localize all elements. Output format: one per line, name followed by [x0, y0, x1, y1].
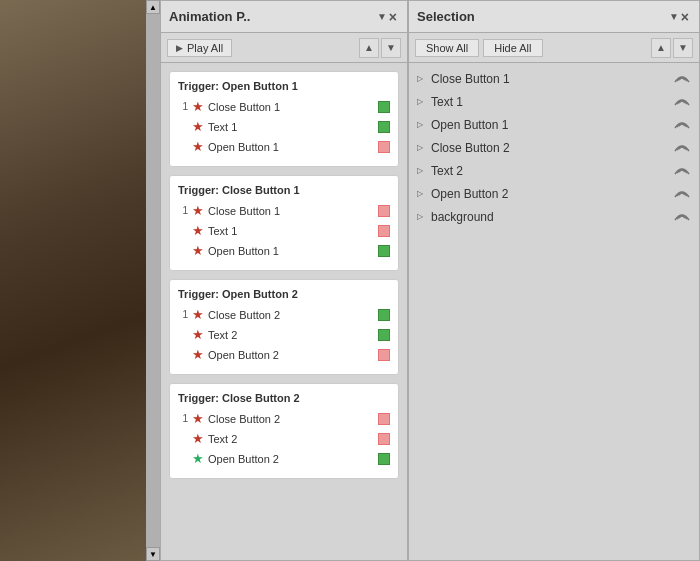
- selection-panel-header: Selection ▼ ×: [409, 1, 699, 33]
- selection-list-item[interactable]: ▷Text 1: [409, 90, 699, 113]
- selection-item-name: Open Button 2: [431, 187, 669, 201]
- anim-row-star: ★: [192, 431, 204, 446]
- animation-up-arrow-btn[interactable]: ▲: [359, 38, 379, 58]
- selection-list-item[interactable]: ▷Close Button 1: [409, 67, 699, 90]
- show-all-button[interactable]: Show All: [415, 39, 479, 57]
- selection-list: ▷Close Button 1 ▷Text 1 ▷Open Button 1 ▷…: [409, 63, 699, 560]
- anim-row-color-dot: [378, 413, 390, 425]
- anim-row-star: ★: [192, 307, 204, 322]
- selection-item-name: Open Button 1: [431, 118, 669, 132]
- selection-item-eye-icon[interactable]: [673, 139, 691, 156]
- anim-row-color-dot: [378, 309, 390, 321]
- selection-panel: Selection ▼ × Show All Hide All ▲ ▼ ▷Clo…: [408, 0, 700, 561]
- selection-panel-title-area: Selection ▼: [417, 9, 679, 24]
- selection-item-eye-icon[interactable]: [673, 93, 691, 110]
- trigger-label-0: Trigger: Open Button 1: [178, 80, 390, 92]
- anim-row-star: ★: [192, 327, 204, 342]
- animation-panel: Animation P.. ▼ × ▶ Play All ▲ ▼ Trigger…: [160, 0, 408, 561]
- selection-item-eye-icon[interactable]: [673, 116, 691, 133]
- animation-row[interactable]: ★Open Button 2: [178, 450, 390, 467]
- trigger-group-0: Trigger: Open Button 11★Close Button 1★T…: [169, 71, 399, 167]
- animation-panel-title: Animation P..: [169, 9, 375, 24]
- animation-row[interactable]: ★Text 1: [178, 222, 390, 239]
- background-image: [0, 0, 146, 561]
- anim-row-star: ★: [192, 411, 204, 426]
- scroll-down-btn[interactable]: ▼: [146, 547, 160, 561]
- anim-row-name: Close Button 1: [208, 205, 374, 217]
- selection-item-name: Close Button 2: [431, 141, 669, 155]
- anim-row-name: Open Button 2: [208, 349, 374, 361]
- selection-list-item[interactable]: ▷Close Button 2: [409, 136, 699, 159]
- play-all-button[interactable]: ▶ Play All: [167, 39, 232, 57]
- animation-row[interactable]: 1★Close Button 2: [178, 306, 390, 323]
- anim-row-color-dot: [378, 141, 390, 153]
- left-scrollbar[interactable]: ▲ ▼: [146, 0, 160, 561]
- selection-item-name: Text 1: [431, 95, 669, 109]
- selection-item-eye-icon[interactable]: [673, 185, 691, 202]
- anim-row-name: Text 1: [208, 225, 374, 237]
- trigger-group-3: Trigger: Close Button 21★Close Button 2★…: [169, 383, 399, 479]
- selection-panel-dropdown-arrow[interactable]: ▼: [669, 11, 679, 22]
- selection-item-name: Text 2: [431, 164, 669, 178]
- anim-row-color-dot: [378, 101, 390, 113]
- main-area: Animation P.. ▼ × ▶ Play All ▲ ▼ Trigger…: [160, 0, 700, 561]
- trigger-group-1: Trigger: Close Button 11★Close Button 1★…: [169, 175, 399, 271]
- anim-row-name: Close Button 1: [208, 101, 374, 113]
- anim-row-color-dot: [378, 205, 390, 217]
- animation-row[interactable]: 1★Close Button 1: [178, 98, 390, 115]
- anim-row-name: Text 2: [208, 433, 374, 445]
- anim-row-star: ★: [192, 119, 204, 134]
- animation-row[interactable]: ★Open Button 1: [178, 138, 390, 155]
- animation-panel-arrows: ▲ ▼: [359, 38, 401, 58]
- animation-row[interactable]: ★Open Button 2: [178, 346, 390, 363]
- anim-row-name: Text 2: [208, 329, 374, 341]
- selection-list-item[interactable]: ▷Open Button 1: [409, 113, 699, 136]
- anim-row-star: ★: [192, 223, 204, 238]
- anim-row-color-dot: [378, 329, 390, 341]
- selection-item-arrow-icon: ▷: [417, 166, 427, 175]
- anim-row-name: Close Button 2: [208, 413, 374, 425]
- selection-list-item[interactable]: ▷Text 2: [409, 159, 699, 182]
- anim-row-color-dot: [378, 453, 390, 465]
- animation-row[interactable]: ★Open Button 1: [178, 242, 390, 259]
- animation-row[interactable]: 1★Close Button 2: [178, 410, 390, 427]
- hide-all-button[interactable]: Hide All: [483, 39, 542, 57]
- animation-row[interactable]: ★Text 2: [178, 326, 390, 343]
- selection-panel-toolbar: Show All Hide All ▲ ▼: [409, 33, 699, 63]
- selection-list-item[interactable]: ▷background: [409, 205, 699, 228]
- anim-row-name: Open Button 1: [208, 141, 374, 153]
- scroll-up-btn[interactable]: ▲: [146, 0, 160, 14]
- anim-row-number: 1: [178, 309, 188, 320]
- selection-item-eye-icon[interactable]: [673, 162, 691, 179]
- selection-item-eye-icon[interactable]: [673, 208, 691, 225]
- anim-row-star: ★: [192, 451, 204, 466]
- animation-row[interactable]: ★Text 1: [178, 118, 390, 135]
- anim-row-name: Text 1: [208, 121, 374, 133]
- selection-panel-arrows: ▲ ▼: [651, 38, 693, 58]
- animation-row[interactable]: ★Text 2: [178, 430, 390, 447]
- trigger-label-1: Trigger: Close Button 1: [178, 184, 390, 196]
- selection-toolbar-inner: Show All Hide All: [415, 39, 543, 57]
- animation-panel-toolbar: ▶ Play All ▲ ▼: [161, 33, 407, 63]
- play-all-label: Play All: [187, 42, 223, 54]
- anim-row-color-dot: [378, 121, 390, 133]
- selection-down-arrow-btn[interactable]: ▼: [673, 38, 693, 58]
- anim-row-name: Close Button 2: [208, 309, 374, 321]
- selection-item-arrow-icon: ▷: [417, 212, 427, 221]
- selection-item-arrow-icon: ▷: [417, 120, 427, 129]
- selection-list-item[interactable]: ▷Open Button 2: [409, 182, 699, 205]
- selection-item-eye-icon[interactable]: [673, 70, 691, 87]
- trigger-group-2: Trigger: Open Button 21★Close Button 2★T…: [169, 279, 399, 375]
- selection-panel-title: Selection: [417, 9, 667, 24]
- anim-row-star: ★: [192, 243, 204, 258]
- animation-panel-header: Animation P.. ▼ ×: [161, 1, 407, 33]
- selection-up-arrow-btn[interactable]: ▲: [651, 38, 671, 58]
- selection-panel-close-btn[interactable]: ×: [679, 9, 691, 25]
- animation-row[interactable]: 1★Close Button 1: [178, 202, 390, 219]
- animation-panel-dropdown-arrow[interactable]: ▼: [377, 11, 387, 22]
- animation-down-arrow-btn[interactable]: ▼: [381, 38, 401, 58]
- anim-row-number: 1: [178, 101, 188, 112]
- animation-panel-close-btn[interactable]: ×: [387, 9, 399, 25]
- selection-item-arrow-icon: ▷: [417, 189, 427, 198]
- animation-panel-title-area: Animation P.. ▼: [169, 9, 387, 24]
